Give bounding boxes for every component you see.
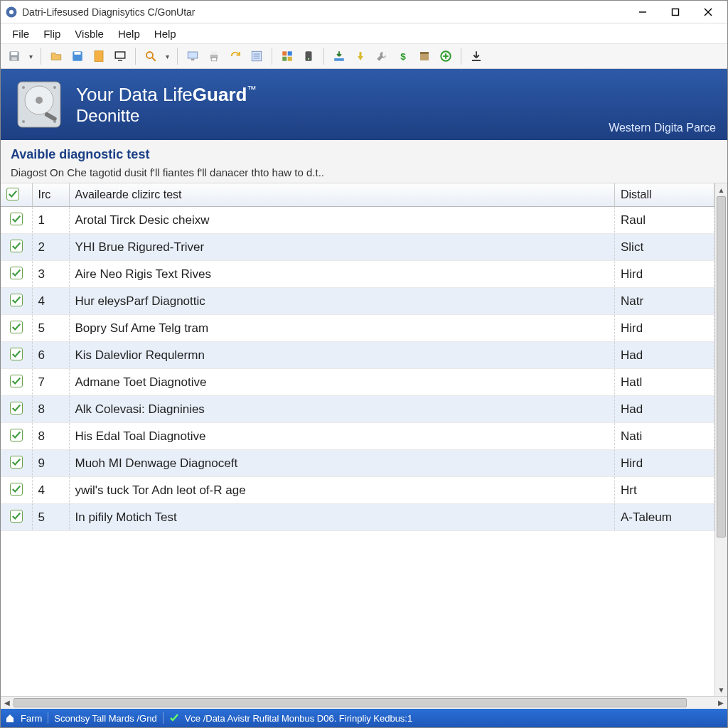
menu-flip[interactable]: Flip xyxy=(36,26,68,42)
row-check[interactable] xyxy=(1,450,32,477)
svg-rect-31 xyxy=(334,58,344,61)
check-icon[interactable] xyxy=(10,321,23,333)
table-row[interactable]: 5In pifily Motich TestA-Taleum xyxy=(1,504,714,531)
svg-rect-11 xyxy=(95,51,103,62)
col-name[interactable]: Availearde clizirc test xyxy=(69,183,615,207)
table-row[interactable]: 3Aire Neo Rigis Text RivesHird xyxy=(1,261,714,288)
table-row[interactable]: 6Kis Dalevlior RequlermnHad xyxy=(1,342,714,369)
row-name: Muoh MI Denwage Diagnoceft xyxy=(69,450,615,477)
table-row[interactable]: 8Alk Colevasi: DiagniniesHad xyxy=(1,396,714,423)
svg-line-15 xyxy=(152,58,156,61)
row-name: Aire Neo Rigis Text Rives xyxy=(69,261,615,288)
open-icon[interactable] xyxy=(47,47,65,65)
scroll-thumb-h[interactable] xyxy=(14,698,687,707)
menu-help-1[interactable]: Help xyxy=(111,26,147,42)
search-icon[interactable] xyxy=(141,47,160,65)
row-status: Hrt xyxy=(615,477,714,504)
status-home-icon xyxy=(5,713,15,723)
row-check[interactable] xyxy=(1,261,32,288)
box-icon[interactable] xyxy=(415,47,434,65)
row-check[interactable] xyxy=(1,396,32,423)
section-title: Avaible diagnostic test xyxy=(11,147,717,162)
table-row[interactable]: 7Admane Toet DiagnotiveHatl xyxy=(1,369,714,396)
scroll-up-icon[interactable]: ▲ xyxy=(715,183,727,196)
download-arrow-icon[interactable] xyxy=(467,47,486,65)
scroll-track[interactable] xyxy=(715,196,727,683)
svg-rect-28 xyxy=(288,57,292,61)
grid-icon[interactable] xyxy=(278,47,296,65)
table-row[interactable]: 1Arotal Tirck Desic cheixwRaul xyxy=(1,207,714,234)
upload-icon[interactable] xyxy=(351,47,370,65)
row-check[interactable] xyxy=(1,315,32,342)
check-icon[interactable] xyxy=(10,267,23,279)
check-icon[interactable] xyxy=(10,375,23,387)
scroll-right-icon[interactable]: ▶ xyxy=(714,697,727,709)
check-icon[interactable] xyxy=(10,429,23,441)
table-row[interactable]: 4ywil's tuck Tor Adn leot of-R ageHrt xyxy=(1,477,714,504)
save-icon[interactable] xyxy=(5,47,23,65)
table-row[interactable]: 8His Edal Toal DiagnotiveNati xyxy=(1,423,714,450)
row-check[interactable] xyxy=(1,369,32,396)
save-alt-icon[interactable] xyxy=(68,47,87,65)
col-index[interactable]: Irc xyxy=(32,183,69,207)
svg-rect-3 xyxy=(673,9,679,15)
banner-text: Your Data LifeGuard™ Deonitte xyxy=(76,84,256,126)
table-row[interactable]: 9Muoh MI Denwage DiagnoceftHird xyxy=(1,450,714,477)
row-check[interactable] xyxy=(1,207,32,234)
horizontal-scrollbar[interactable]: ◀ ▶ xyxy=(1,696,727,709)
menu-file[interactable]: File xyxy=(5,26,36,42)
list-icon[interactable] xyxy=(247,47,266,65)
toolbar-dd-2[interactable]: ▾ xyxy=(163,53,171,60)
drive-icon[interactable] xyxy=(299,47,318,65)
scroll-down-icon[interactable]: ▼ xyxy=(715,683,727,696)
svg-rect-26 xyxy=(288,51,292,55)
header-check-icon[interactable] xyxy=(6,188,19,200)
row-status: Nati xyxy=(615,423,714,450)
check-icon[interactable] xyxy=(10,402,23,414)
row-status: Hird xyxy=(615,315,714,342)
check-icon[interactable] xyxy=(10,483,23,496)
check-icon[interactable] xyxy=(10,240,23,252)
computer-icon[interactable] xyxy=(183,47,202,65)
col-status[interactable]: Distall xyxy=(615,183,714,207)
row-check[interactable] xyxy=(1,504,32,531)
table-row[interactable]: 2YHI Brue Rigured-TriverSlict xyxy=(1,234,714,261)
monitor-icon[interactable] xyxy=(111,47,129,65)
row-name: Arotal Tirck Desic cheixw xyxy=(69,207,615,234)
download-icon[interactable] xyxy=(330,47,348,65)
svg-rect-33 xyxy=(420,54,429,60)
row-check[interactable] xyxy=(1,234,32,261)
col-check[interactable] xyxy=(1,183,32,207)
row-check[interactable] xyxy=(1,288,32,315)
row-status: Slict xyxy=(615,234,714,261)
scroll-track-h[interactable] xyxy=(14,697,714,709)
close-button[interactable] xyxy=(692,1,724,23)
table-row[interactable]: 5Bopry Suf Ame Telg tramHird xyxy=(1,315,714,342)
row-check[interactable] xyxy=(1,423,32,450)
toolbar-dd-1[interactable]: ▾ xyxy=(26,53,35,60)
svg-point-45 xyxy=(22,120,25,123)
print-icon[interactable] xyxy=(205,47,223,65)
maximize-button[interactable] xyxy=(659,1,692,23)
scroll-thumb[interactable] xyxy=(717,196,726,537)
row-index: 3 xyxy=(32,261,69,288)
row-name: Kis Dalevlior Requlermn xyxy=(69,342,615,369)
row-check[interactable] xyxy=(1,342,32,369)
minimize-button[interactable] xyxy=(626,1,659,23)
money-icon[interactable]: $ xyxy=(394,47,412,65)
new-icon[interactable] xyxy=(90,47,108,65)
menu-visble[interactable]: Visble xyxy=(68,26,111,42)
table-row[interactable]: 4Hur eleysParf DiagnotticNatr xyxy=(1,288,714,315)
check-icon[interactable] xyxy=(10,213,23,225)
vertical-scrollbar[interactable]: ▲ ▼ xyxy=(714,183,727,696)
check-icon[interactable] xyxy=(10,510,23,523)
scroll-left-icon[interactable]: ◀ xyxy=(1,697,14,709)
row-check[interactable] xyxy=(1,477,32,504)
check-icon[interactable] xyxy=(10,294,23,306)
check-icon[interactable] xyxy=(10,348,23,360)
add-icon[interactable] xyxy=(437,47,455,65)
check-icon[interactable] xyxy=(10,456,23,469)
menu-help-2[interactable]: Help xyxy=(147,26,183,42)
wrench-icon[interactable] xyxy=(373,47,391,65)
redo-icon[interactable] xyxy=(226,47,245,65)
